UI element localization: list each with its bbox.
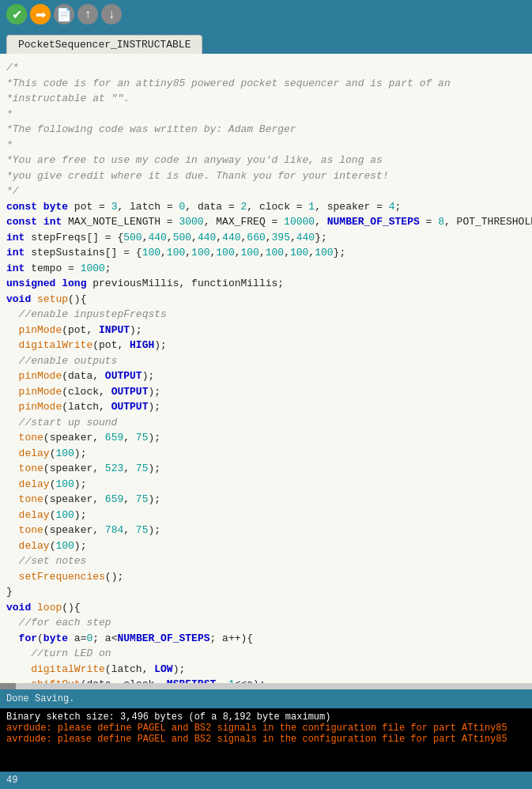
open-button[interactable]: ↑ (77, 4, 98, 25)
code-line: *You are free to use my code in anyway y… (6, 153, 532, 168)
save-button[interactable]: ↓ (101, 4, 122, 25)
editor-tab[interactable]: PocketSequencer_INSTRUCTABLE (6, 35, 202, 54)
code-line: delay(100); (6, 538, 532, 554)
code-line: *instructable at "". (6, 91, 532, 107)
code-line: *This code is for an attiny85 powered po… (6, 76, 532, 92)
code-line: //turn LED on (6, 646, 532, 662)
code-line: delay(100); (6, 477, 532, 493)
code-line: * (6, 138, 532, 153)
console-line: avrdude: please define PAGEL and BS2 sig… (6, 723, 526, 734)
code-line: tone(speaker, 659, 75); (6, 492, 532, 508)
line-number: 49 (6, 775, 17, 786)
code-line: pinMode(pot, INPUT); (6, 323, 532, 338)
code-line: //enable outputs (6, 353, 532, 369)
scroll-indicator (0, 683, 532, 689)
code-line: //set notes (6, 553, 532, 569)
status-message: Done Saving. (6, 693, 74, 704)
code-line: tone(speaker, 784, 75); (6, 523, 532, 538)
verify-button[interactable]: ✔ (6, 4, 27, 25)
status-bar: Done Saving. (0, 689, 532, 708)
code-line: void setup(){ (6, 292, 532, 308)
code-line: tone(speaker, 523, 75); (6, 461, 532, 477)
upload-button[interactable]: ➡ (30, 4, 51, 25)
code-line: int stepSustains[] = {100,100,100,100,10… (6, 245, 532, 261)
code-line: setFrequencies(); (6, 569, 532, 585)
code-line: pinMode(data, OUTPUT); (6, 368, 532, 384)
code-line: for(byte a=0; a<NUMBER_OF_STEPS; a++){ (6, 631, 532, 647)
new-button[interactable]: 📄 (54, 4, 74, 25)
code-line: int tempo = 1000; (6, 261, 532, 277)
console-line: Binary sketch size: 3,496 bytes (of a 8,… (6, 712, 526, 723)
console: Binary sketch size: 3,496 bytes (of a 8,… (0, 708, 532, 772)
code-line: tone(speaker, 659, 75); (6, 430, 532, 446)
code-line: int stepFreqs[] = {500,440,500,440,440,6… (6, 230, 532, 246)
code-line: pinMode(clock, OUTPUT); (6, 384, 532, 400)
code-line: /* (6, 60, 532, 76)
code-editor[interactable]: /**This code is for an attiny85 powered … (0, 54, 532, 683)
code-line: //enable inpustepFreqsts (6, 307, 532, 323)
toolbar: ✔ ➡ 📄 ↑ ↓ (0, 0, 532, 28)
code-line: } (6, 584, 532, 600)
code-line: const int MAX_NOTE_LENGTH = 3000, MAX_FR… (6, 214, 532, 230)
tabbar: PocketSequencer_INSTRUCTABLE (0, 28, 532, 54)
console-line: avrdude: please define PAGEL and BS2 sig… (6, 734, 526, 745)
code-line: */ (6, 183, 532, 199)
code-line: unsigned long previousMillis, functionMi… (6, 276, 532, 292)
code-line: pinMode(latch, OUTPUT); (6, 399, 532, 415)
code-line: //for each step (6, 615, 532, 631)
code-line: shiftOut(data, clock, MSBFIRST, 1<<a); (6, 677, 532, 683)
scroll-thumb (0, 683, 16, 689)
code-line: digitalWrite(pot, HIGH); (6, 338, 532, 353)
code-line: *you give credit where it is due. Thank … (6, 168, 532, 184)
code-line: * (6, 107, 532, 123)
code-line: delay(100); (6, 508, 532, 523)
code-line: delay(100); (6, 446, 532, 462)
code-line: void loop(){ (6, 600, 532, 616)
code-line: *The following code was written by: Adam… (6, 122, 532, 138)
code-line: digitalWrite(latch, LOW); (6, 662, 532, 678)
bottom-bar: 49 (0, 772, 532, 789)
code-line: //start up sound (6, 415, 532, 431)
code-line: const byte pot = 3, latch = 0, data = 2,… (6, 199, 532, 215)
